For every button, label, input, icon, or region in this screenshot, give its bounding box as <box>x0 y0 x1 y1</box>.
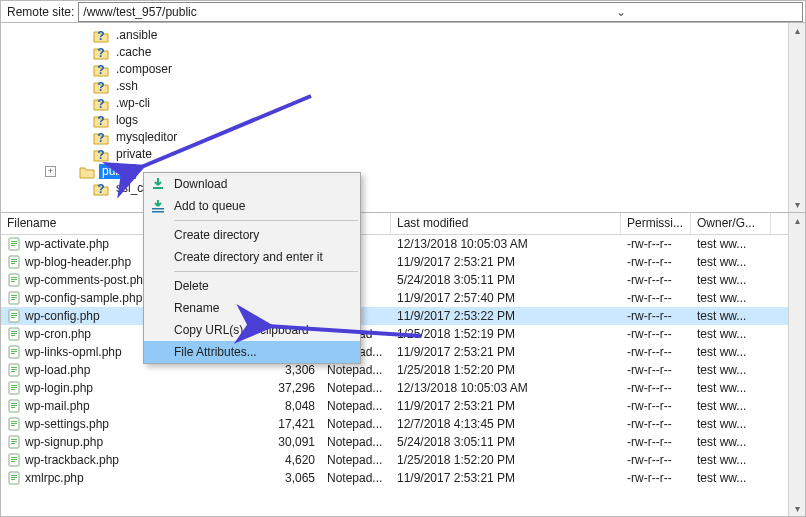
cell-modified: 1/25/2018 1:52:20 PM <box>391 363 621 377</box>
column-header-perm[interactable]: Permissi... <box>621 213 691 234</box>
cell-owner: test ww... <box>691 399 771 413</box>
svg-rect-66 <box>152 208 164 210</box>
file-row[interactable]: wp-config.phpad...11/9/2017 2:53:22 PM-r… <box>1 307 805 325</box>
svg-rect-11 <box>11 243 17 244</box>
cell-owner: test ww... <box>691 309 771 323</box>
file-row[interactable]: wp-blog-header.phpad...11/9/2017 2:53:21… <box>1 253 805 271</box>
cell-filename: wp-signup.php <box>1 435 261 449</box>
cell-permissions: -rw-r--r-- <box>621 417 691 431</box>
menu-separator <box>174 220 358 221</box>
file-row[interactable]: wp-signup.php30,091Notepad...5/24/2018 3… <box>1 433 805 451</box>
svg-rect-19 <box>11 279 17 280</box>
svg-text:?: ? <box>97 29 104 43</box>
chevron-down-icon[interactable]: ⌄ <box>441 5 802 19</box>
column-header-own[interactable]: Owner/G... <box>691 213 771 234</box>
svg-rect-58 <box>11 457 17 458</box>
tree-node[interactable]: ?private <box>61 146 805 163</box>
file-icon <box>7 417 21 431</box>
tree-node[interactable]: ?.composer <box>61 61 805 78</box>
cell-type: Notepad... <box>321 471 391 485</box>
file-row[interactable]: wp-cron.php3,669Notepad1/25/2018 1:52:19… <box>1 325 805 343</box>
svg-rect-38 <box>11 367 17 368</box>
column-header-mod[interactable]: Last modified <box>391 213 621 234</box>
menu-copy-url[interactable]: Copy URL(s) to clipboard <box>144 319 360 341</box>
tree-node-label: private <box>113 147 155 162</box>
folder-icon: ? <box>93 181 109 197</box>
file-icon <box>7 237 21 251</box>
svg-rect-63 <box>11 477 17 478</box>
tree-node[interactable]: ?mysqleditor <box>61 129 805 146</box>
tree-node[interactable]: ?.ansible <box>61 27 805 44</box>
menu-file-attributes[interactable]: File Attributes... <box>144 341 360 363</box>
file-row[interactable]: wp-load.php3,306Notepad...1/25/2018 1:52… <box>1 361 805 379</box>
svg-text:?: ? <box>97 131 104 145</box>
file-icon <box>7 309 21 323</box>
menu-create-directory-enter[interactable]: Create directory and enter it <box>144 246 360 268</box>
tree-node[interactable]: ?.wp-cli <box>61 95 805 112</box>
list-scrollbar[interactable]: ▴ ▾ <box>788 213 805 516</box>
svg-rect-22 <box>11 295 17 296</box>
cell-owner: test ww... <box>691 363 771 377</box>
cell-modified: 12/7/2018 4:13:45 PM <box>391 417 621 431</box>
cell-type: Notepad... <box>321 453 391 467</box>
tree-node[interactable]: ?.cache <box>61 44 805 61</box>
scroll-up-icon[interactable]: ▴ <box>795 23 800 38</box>
svg-text:?: ? <box>97 80 104 94</box>
cell-owner: test ww... <box>691 237 771 251</box>
svg-rect-35 <box>11 351 17 352</box>
cell-permissions: -rw-r--r-- <box>621 255 691 269</box>
file-row[interactable]: wp-activate.phpad...12/13/2018 10:05:03 … <box>1 235 805 253</box>
menu-add-to-queue[interactable]: Add to queue <box>144 195 360 217</box>
tree-node[interactable]: ?logs <box>61 112 805 129</box>
cell-modified: 11/9/2017 2:53:21 PM <box>391 345 621 359</box>
svg-rect-31 <box>11 333 17 334</box>
scroll-down-icon[interactable]: ▾ <box>795 501 800 516</box>
file-row[interactable]: wp-links-opml.php2,422Notepad...11/9/201… <box>1 343 805 361</box>
cell-modified: 1/25/2018 1:52:20 PM <box>391 453 621 467</box>
svg-rect-14 <box>11 259 17 260</box>
menu-delete[interactable]: Delete <box>144 275 360 297</box>
file-row[interactable]: wp-mail.php8,048Notepad...11/9/2017 2:53… <box>1 397 805 415</box>
file-row[interactable]: wp-settings.php17,421Notepad...12/7/2018… <box>1 415 805 433</box>
expand-toggle-icon[interactable]: + <box>45 166 56 177</box>
file-row[interactable]: wp-trackback.php4,620Notepad...1/25/2018… <box>1 451 805 469</box>
folder-icon: ? <box>93 130 109 146</box>
svg-rect-18 <box>11 277 17 278</box>
file-icon <box>7 327 21 341</box>
cell-filename: wp-trackback.php <box>1 453 261 467</box>
svg-rect-16 <box>11 263 15 264</box>
cell-modified: 11/9/2017 2:53:21 PM <box>391 399 621 413</box>
cell-modified: 12/13/2018 10:05:03 AM <box>391 381 621 395</box>
file-row[interactable]: xmlrpc.php3,065Notepad...11/9/2017 2:53:… <box>1 469 805 487</box>
cell-modified: 5/24/2018 3:05:11 PM <box>391 435 621 449</box>
cell-permissions: -rw-r--r-- <box>621 435 691 449</box>
tree-node-label: public <box>99 164 136 179</box>
remote-path-combo[interactable]: /www/test_957/public ⌄ <box>78 2 803 22</box>
file-row[interactable]: wp-login.php37,296Notepad...12/13/2018 1… <box>1 379 805 397</box>
cell-owner: test ww... <box>691 255 771 269</box>
file-icon <box>7 381 21 395</box>
svg-rect-15 <box>11 261 17 262</box>
svg-text:?: ? <box>97 114 104 128</box>
cell-modified: 11/9/2017 2:53:22 PM <box>391 309 621 323</box>
menu-download[interactable]: Download <box>144 173 360 195</box>
tree-node[interactable]: ?.ssh <box>61 78 805 95</box>
remote-tree-pane: ?.ansible?.cache?.composer?.ssh?.wp-cli?… <box>1 23 805 213</box>
folder-icon <box>79 164 95 180</box>
file-row[interactable]: wp-config-sample.phpad...11/9/2017 2:57:… <box>1 289 805 307</box>
cell-permissions: -rw-r--r-- <box>621 471 691 485</box>
svg-text:?: ? <box>97 46 104 60</box>
cell-owner: test ww... <box>691 327 771 341</box>
svg-rect-26 <box>11 313 17 314</box>
svg-rect-30 <box>11 331 17 332</box>
scroll-up-icon[interactable]: ▴ <box>795 213 800 228</box>
tree-scrollbar[interactable]: ▴ ▾ <box>788 23 805 212</box>
menu-create-directory[interactable]: Create directory <box>144 224 360 246</box>
scroll-down-icon[interactable]: ▾ <box>795 197 800 212</box>
menu-rename[interactable]: Rename <box>144 297 360 319</box>
file-row[interactable]: wp-comments-post.phad...5/24/2018 3:05:1… <box>1 271 805 289</box>
cell-owner: test ww... <box>691 417 771 431</box>
svg-rect-64 <box>11 479 15 480</box>
svg-rect-34 <box>11 349 17 350</box>
cell-size: 3,306 <box>261 363 321 377</box>
